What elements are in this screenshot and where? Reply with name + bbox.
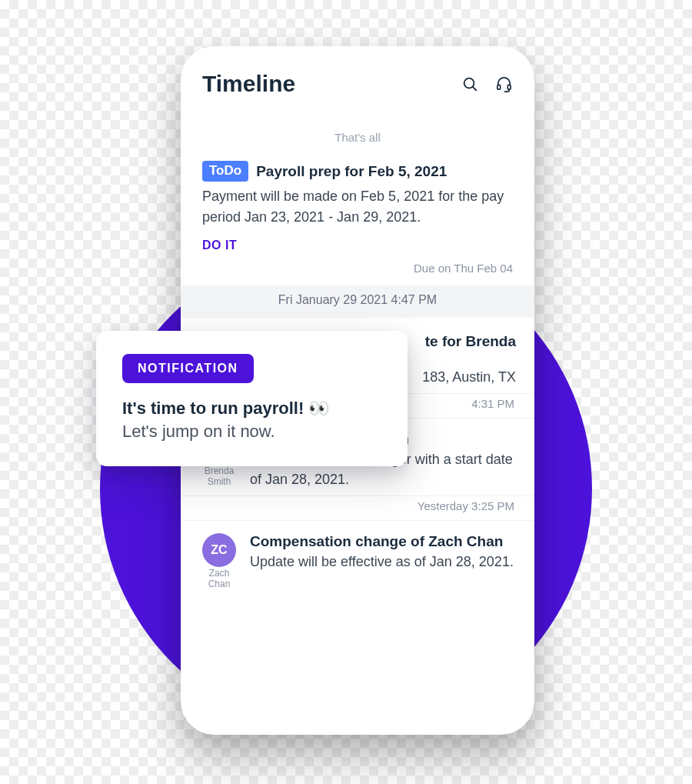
- page-title: Timeline: [202, 71, 295, 97]
- notification-badge: NOTIFICATION: [122, 354, 254, 383]
- header-actions: [461, 75, 513, 93]
- avatar-name: ZachChan: [199, 569, 239, 590]
- todo-card[interactable]: ToDo Payroll prep for Feb 5, 2021 Paymen…: [181, 159, 534, 282]
- todo-badge: ToDo: [202, 161, 248, 182]
- todo-header: ToDo Payroll prep for Feb 5, 2021: [202, 161, 513, 182]
- avatar: ZC: [202, 533, 236, 567]
- do-it-button[interactable]: DO IT: [202, 239, 513, 252]
- avatar-name: Brenda Smith: [199, 466, 239, 488]
- svg-rect-2: [497, 85, 501, 89]
- feed-item-title: Compensation change of Zach Chan: [250, 533, 516, 550]
- app-header: Timeline: [181, 68, 534, 112]
- notification-popup[interactable]: NOTIFICATION It's time to run payroll! 👀…: [96, 331, 408, 466]
- thats-all-label: That's all: [181, 112, 534, 159]
- feed-item[interactable]: ZC ZachChan Compensation change of Zach …: [181, 521, 534, 596]
- todo-description: Payment will be made on Feb 5, 2021 for …: [202, 186, 513, 228]
- search-icon[interactable]: [461, 75, 478, 92]
- feed-item-text: Update will be effective as of Jan 28, 2…: [250, 552, 516, 572]
- date-divider: Fri January 29 2021 4:47 PM: [181, 285, 534, 318]
- notification-body: Let's jump on it now.: [122, 422, 381, 442]
- feed-item-timestamp: Yesterday 3:25 PM: [181, 496, 534, 521]
- todo-due-label: Due on Thu Feb 04: [202, 262, 513, 275]
- support-headset-icon[interactable]: [495, 75, 513, 93]
- svg-rect-3: [507, 85, 511, 89]
- feed-body: Compensation change of Zach Chan Update …: [250, 533, 516, 590]
- avatar-column: ZC ZachChan: [199, 533, 239, 590]
- notification-title: It's time to run payroll! 👀: [122, 399, 381, 419]
- svg-line-1: [473, 87, 476, 90]
- todo-title: Payroll prep for Feb 5, 2021: [256, 163, 447, 180]
